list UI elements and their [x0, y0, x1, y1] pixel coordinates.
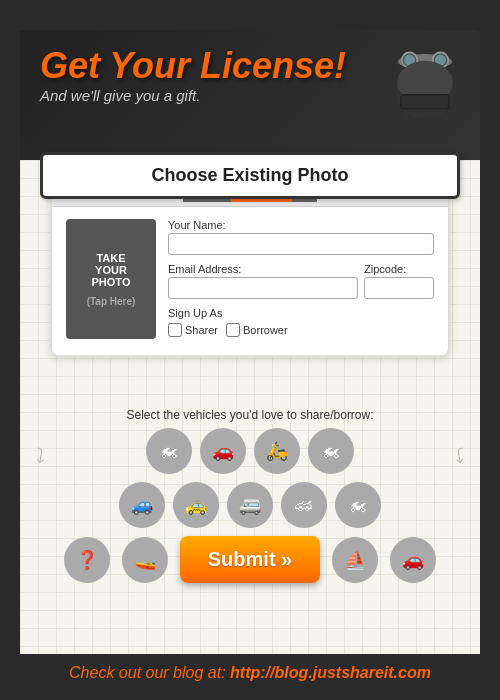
sharer-option[interactable]: Sharer [168, 323, 218, 337]
borrower-option[interactable]: Borrower [226, 323, 288, 337]
zip-label: Zipcode: [364, 263, 434, 275]
blog-footer: Check out our blog at: http://blog.justs… [20, 654, 480, 692]
vehicle-btn-taxi[interactable]: 🚕 [173, 482, 219, 528]
header-title: Get Your License! And we'll give you a g… [40, 48, 346, 103]
signup-label: Sign Up As [168, 307, 222, 319]
photo-tap-text: (Tap Here) [87, 296, 136, 307]
vehicle-btn-scooter[interactable]: 🛵 [254, 428, 300, 474]
blog-url[interactable]: http://blog.justshareit.com [230, 664, 431, 681]
vehicle-row-2: 🚙 🚕 🚐 🏎 🏍 [20, 482, 480, 528]
helmet-icon [385, 40, 465, 125]
email-zip-row: Email Address: Zipcode: [168, 263, 434, 299]
name-label: Your Name: [168, 219, 434, 231]
headline-text: Get Your License! [40, 48, 346, 84]
zip-field-group: Zipcode: [364, 263, 434, 299]
zip-input[interactable] [364, 277, 434, 299]
main-content: JUSTSHAREIT TAKE YOUR PHOTO (Tap Here) Y… [20, 160, 480, 670]
subtitle-text: And we'll give you a gift. [40, 88, 346, 103]
form-fields: Your Name: Email Address: Zipcode: Sign … [168, 219, 434, 339]
name-input[interactable] [168, 233, 434, 255]
vehicle-row-1: 🏍 🚗 🛵 🏍 [20, 428, 480, 474]
svg-rect-8 [402, 96, 448, 108]
sharer-label: Sharer [185, 324, 218, 336]
borrower-checkbox[interactable] [226, 323, 240, 337]
borrower-label: Borrower [243, 324, 288, 336]
helmet-svg [385, 40, 465, 125]
vehicle-btn-motorcycle3[interactable]: 🏍 [335, 482, 381, 528]
choose-photo-button[interactable]: Choose Existing Photo [40, 152, 460, 199]
photo-line2: YOUR [95, 264, 127, 276]
blog-prefix: Check out our blog at: [69, 664, 226, 681]
email-label: Email Address: [168, 263, 358, 275]
submit-button[interactable]: Submit » [180, 536, 320, 583]
vehicle-btn-sportscar[interactable]: 🏎 [281, 482, 327, 528]
signup-section: Sign Up As Sharer Borrower [168, 307, 434, 337]
vehicle-btn-motorcycle1[interactable]: 🏍 [146, 428, 192, 474]
vehicle-btn-suv[interactable]: 🚙 [119, 482, 165, 528]
vehicle-btn-motorcycle2[interactable]: 🏍 [308, 428, 354, 474]
vehicle-btn-vintage-car[interactable]: 🚗 [390, 537, 436, 583]
vehicle-btn-boat[interactable]: 🚤 [122, 537, 168, 583]
vehicle-btn-sailboat[interactable]: ⛵ [332, 537, 378, 583]
sharer-checkbox[interactable] [168, 323, 182, 337]
email-input[interactable] [168, 277, 358, 299]
vehicles-grid: 🏍 🚗 🛵 🏍 🚙 🚕 🚐 🏎 🏍 ❓ 🚤 Submit » ⛵ 🚗 [20, 428, 480, 583]
vehicle-btn-car1[interactable]: 🚗 [200, 428, 246, 474]
photo-line1: TAKE [96, 252, 125, 264]
photo-upload-area[interactable]: TAKE YOUR PHOTO (Tap Here) [66, 219, 156, 339]
email-field-group: Email Address: [168, 263, 358, 299]
vehicle-btn-jeep[interactable]: 🚐 [227, 482, 273, 528]
photo-line3: PHOTO [92, 276, 131, 288]
vehicles-title: Select the vehicles you'd love to share/… [20, 408, 480, 422]
vehicle-btn-unknown[interactable]: ❓ [64, 537, 110, 583]
header-section: Get Your License! And we'll give you a g… [20, 30, 480, 160]
submit-row: ❓ 🚤 Submit » ⛵ 🚗 [20, 536, 480, 583]
